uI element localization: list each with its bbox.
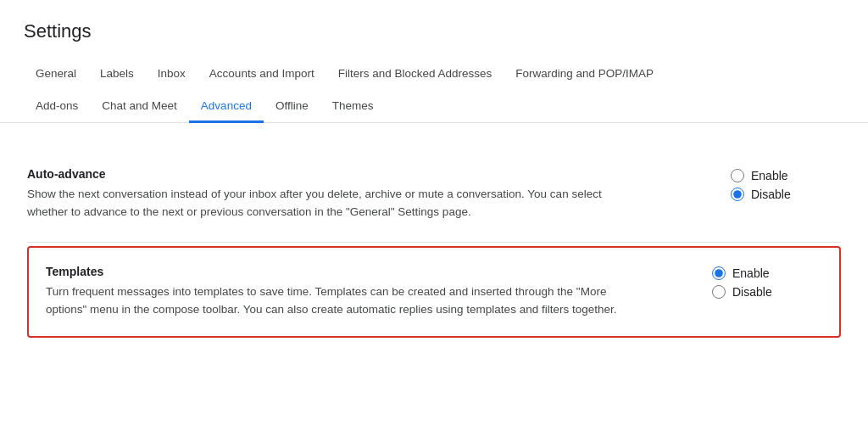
radio-label-templates-enable: Enable	[732, 266, 770, 280]
tab-advanced[interactable]: Advanced	[189, 91, 264, 123]
setting-title-auto-advance: Auto-advance	[27, 167, 604, 181]
tab-accounts-import[interactable]: Accounts and Import	[198, 59, 326, 91]
tab-chat-meet[interactable]: Chat and Meet	[90, 91, 189, 123]
tab-offline[interactable]: Offline	[264, 91, 320, 123]
settings-header: Settings GeneralLabelsInboxAccounts and …	[0, 0, 868, 123]
setting-desc-auto-advance: Show the next conversation instead of yo…	[27, 186, 604, 221]
radio-option-auto-advance-enable[interactable]: Enable	[731, 169, 788, 182]
radio-label-auto-advance-disable: Disable	[751, 188, 791, 201]
setting-auto-advance: Auto-advanceShow the next conversation i…	[27, 147, 841, 243]
setting-templates: TemplatesTurn frequent messages into tem…	[27, 246, 841, 338]
setting-controls-auto-advance: EnableDisable	[731, 167, 841, 201]
tabs-row-2: Add-onsChat and MeetAdvancedOfflineTheme…	[24, 90, 844, 122]
setting-info-templates: TemplatesTurn frequent messages into tem…	[46, 265, 622, 319]
radio-option-templates-disable[interactable]: Disable	[712, 285, 772, 299]
settings-page: Settings GeneralLabelsInboxAccounts and …	[0, 0, 868, 437]
setting-controls-templates: EnableDisable	[712, 265, 822, 299]
tab-labels[interactable]: Labels	[88, 59, 146, 91]
tab-inbox[interactable]: Inbox	[146, 59, 198, 91]
radio-input-auto-advance-enable[interactable]	[731, 169, 744, 182]
tab-addons[interactable]: Add-ons	[24, 91, 90, 123]
tab-themes[interactable]: Themes	[320, 91, 386, 123]
radio-input-auto-advance-disable[interactable]	[731, 188, 744, 201]
settings-content: Auto-advanceShow the next conversation i…	[0, 123, 868, 361]
tab-general[interactable]: General	[24, 59, 88, 91]
radio-option-templates-enable[interactable]: Enable	[712, 266, 770, 280]
radio-label-auto-advance-enable: Enable	[751, 169, 788, 182]
radio-input-templates-enable[interactable]	[712, 266, 726, 280]
tab-filters-blocked[interactable]: Filters and Blocked Addresses	[326, 59, 504, 91]
radio-option-auto-advance-disable[interactable]: Disable	[731, 188, 791, 201]
tabs-row-1: GeneralLabelsInboxAccounts and ImportFil…	[24, 58, 844, 90]
page-title: Settings	[24, 20, 844, 42]
tab-forwarding-pop[interactable]: Forwarding and POP/IMAP	[504, 59, 665, 91]
radio-input-templates-disable[interactable]	[712, 285, 726, 299]
radio-label-templates-disable: Disable	[732, 285, 772, 299]
setting-title-templates: Templates	[46, 265, 622, 278]
setting-desc-templates: Turn frequent messages into templates to…	[46, 283, 622, 319]
setting-info-auto-advance: Auto-advanceShow the next conversation i…	[27, 167, 604, 221]
